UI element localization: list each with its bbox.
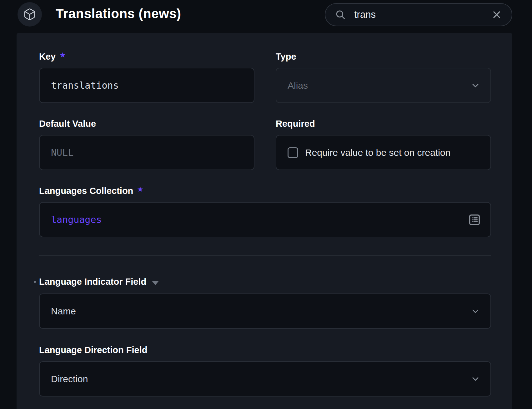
default-value-input[interactable]: NULL	[39, 135, 254, 170]
section-divider	[39, 255, 491, 256]
key-input[interactable]: translations	[39, 68, 254, 103]
default-value-label: Default Value	[39, 118, 254, 129]
field-language-direction: Language Direction Field Direction	[39, 344, 491, 397]
search-input[interactable]: trans	[325, 3, 512, 26]
language-indicator-value: Name	[40, 306, 76, 317]
languages-collection-label: Languages Collection ★	[39, 185, 491, 196]
key-value: translations	[40, 80, 119, 91]
required-star-icon: ★	[59, 49, 66, 61]
box-3d-icon	[23, 8, 36, 21]
field-settings-panel: Key ★ translations Type Alias	[17, 33, 512, 409]
edited-dot-icon	[34, 281, 36, 283]
language-direction-value: Direction	[40, 374, 88, 384]
list-alt-icon[interactable]	[467, 213, 482, 227]
languages-collection-value: languages	[40, 214, 102, 225]
clear-search-icon[interactable]	[491, 9, 502, 20]
language-direction-label: Language Direction Field	[39, 344, 491, 356]
required-checkbox[interactable]	[288, 147, 298, 158]
app-header: Translations (news) trans	[0, 0, 532, 33]
required-checkbox-label[interactable]: Require value to be set on creation	[305, 147, 450, 158]
language-indicator-select[interactable]: Name	[39, 293, 491, 329]
triangle-down-icon[interactable]	[152, 281, 159, 285]
field-key: Key ★ translations	[39, 51, 254, 103]
required-star-icon: ★	[137, 184, 143, 195]
language-indicator-label: Language Indicator Field	[39, 276, 491, 287]
collection-icon-button[interactable]	[18, 2, 42, 27]
chevron-down-icon	[470, 81, 480, 91]
field-language-indicator: Language Indicator Field Name	[39, 276, 491, 329]
search-value[interactable]: trans	[354, 9, 491, 20]
chevron-down-icon	[470, 374, 480, 384]
languages-collection-input[interactable]: languages	[39, 202, 491, 237]
type-select[interactable]: Alias	[276, 68, 491, 103]
required-box: Require value to be set on creation	[276, 135, 491, 170]
key-label: Key ★	[39, 51, 254, 62]
required-label: Required	[276, 118, 491, 129]
field-required: Required Require value to be set on crea…	[276, 118, 491, 170]
type-label: Type	[276, 51, 491, 62]
field-default-value: Default Value NULL	[39, 118, 254, 170]
type-value: Alias	[276, 80, 308, 91]
chevron-down-icon	[470, 306, 480, 316]
field-type: Type Alias	[276, 51, 491, 103]
search-icon	[335, 9, 346, 20]
field-languages-collection: Languages Collection ★ languages	[39, 185, 491, 237]
default-value-placeholder: NULL	[40, 147, 73, 158]
page-title: Translations (news)	[56, 6, 181, 21]
language-direction-select[interactable]: Direction	[39, 361, 491, 397]
